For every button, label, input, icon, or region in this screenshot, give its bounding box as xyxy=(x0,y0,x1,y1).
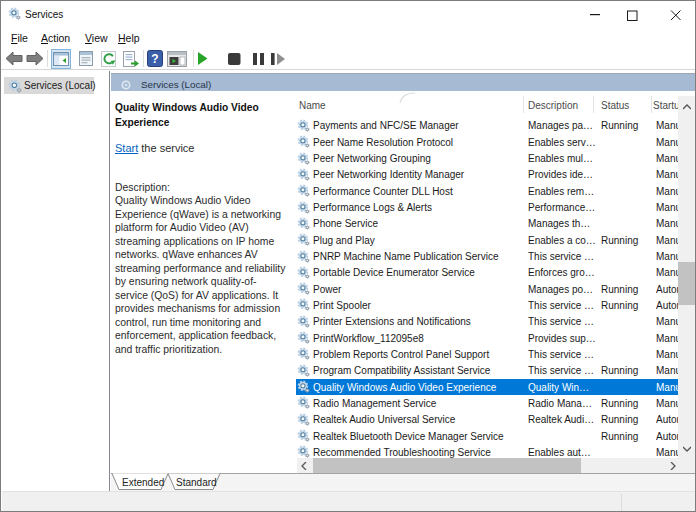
svg-text:Extended: Extended xyxy=(122,477,164,488)
svg-text:Standard: Standard xyxy=(176,477,217,488)
svg-text:?: ? xyxy=(151,52,158,66)
